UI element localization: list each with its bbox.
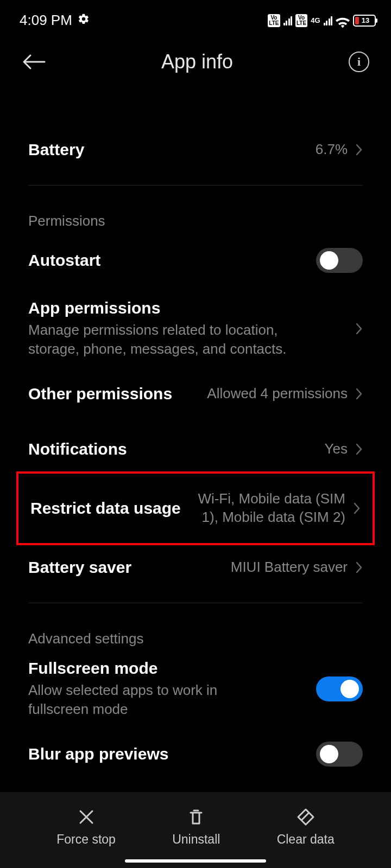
trash-icon	[186, 807, 206, 827]
wifi-icon	[336, 15, 350, 26]
restrict-data-value: Wi-Fi, Mobile data (SIM 1), Mobile data …	[193, 490, 345, 527]
status-bar: 4:09 PM VoLTE VoLTE 4G 13	[0, 0, 391, 34]
chevron-right-icon	[355, 387, 363, 400]
blur-previews-row[interactable]: Blur app previews	[0, 729, 391, 767]
restrict-data-highlight: Restrict data usage Wi-Fi, Mobile data (…	[16, 471, 375, 545]
other-permissions-row[interactable]: Other permissions Allowed 4 permissions	[0, 372, 391, 416]
restrict-data-title: Restrict data usage	[30, 499, 181, 518]
status-time: 4:09 PM	[20, 12, 72, 29]
advanced-heading: Advanced settings	[0, 616, 391, 653]
battery-saver-title: Battery saver	[28, 558, 131, 577]
force-stop-button[interactable]: Force stop	[56, 807, 116, 847]
settings-status-icon	[78, 13, 90, 28]
blur-toggle[interactable]	[316, 742, 363, 767]
battery-title: Battery	[28, 141, 84, 159]
home-indicator[interactable]	[125, 859, 266, 863]
battery-value: 6.7%	[316, 141, 348, 159]
app-permissions-row[interactable]: App permissions Manage permissions relat…	[0, 286, 391, 372]
back-icon[interactable]	[22, 53, 46, 71]
page-title: App info	[161, 50, 233, 73]
uninstall-button[interactable]: Uninstall	[172, 807, 220, 847]
autostart-row[interactable]: Autostart	[0, 235, 391, 286]
bottom-action-bar: Force stop Uninstall Clear data	[0, 792, 391, 868]
notifications-row[interactable]: Notifications Yes	[0, 427, 391, 471]
battery-icon: 13	[353, 15, 376, 27]
battery-row[interactable]: Battery 6.7%	[0, 127, 391, 172]
uninstall-label: Uninstall	[172, 832, 220, 847]
page-header: App info i	[0, 34, 391, 84]
chevron-right-icon	[355, 561, 363, 574]
blur-title: Blur app previews	[28, 745, 168, 763]
chevron-right-icon	[355, 143, 363, 156]
battery-saver-row[interactable]: Battery saver MIUI Battery saver	[0, 545, 391, 590]
divider	[28, 185, 363, 186]
signal-icon-1	[283, 16, 293, 25]
clear-data-label: Clear data	[277, 832, 335, 847]
clear-data-button[interactable]: Clear data	[277, 807, 335, 847]
chevron-right-icon	[355, 443, 363, 456]
signal-icon-2	[324, 16, 333, 25]
divider	[28, 603, 363, 603]
network-tag: 4G	[311, 17, 320, 24]
chevron-right-icon	[353, 502, 361, 515]
info-icon[interactable]: i	[349, 52, 369, 72]
app-permissions-sub: Manage permissions related to location, …	[28, 321, 321, 359]
other-permissions-title: Other permissions	[28, 385, 172, 403]
autostart-title: Autostart	[28, 251, 100, 270]
fullscreen-row[interactable]: Fullscreen mode Allow selected apps to w…	[0, 653, 391, 729]
autostart-toggle[interactable]	[316, 248, 363, 273]
app-permissions-title: App permissions	[28, 299, 355, 317]
volte-icon-1: VoLTE	[268, 14, 280, 27]
volte-icon-2: VoLTE	[295, 14, 307, 27]
notifications-value: Yes	[325, 440, 348, 458]
restrict-data-row[interactable]: Restrict data usage Wi-Fi, Mobile data (…	[18, 474, 373, 543]
battery-saver-value: MIUI Battery saver	[231, 558, 348, 577]
close-icon	[77, 807, 96, 827]
force-stop-label: Force stop	[56, 832, 116, 847]
fullscreen-toggle[interactable]	[316, 676, 363, 701]
fullscreen-sub: Allow selected apps to work in fullscree…	[28, 681, 278, 719]
chevron-right-icon	[355, 322, 363, 335]
other-permissions-value: Allowed 4 permissions	[207, 385, 348, 403]
permissions-heading: Permissions	[0, 199, 391, 235]
notifications-title: Notifications	[28, 440, 127, 458]
eraser-icon	[296, 807, 316, 827]
fullscreen-title: Fullscreen mode	[28, 659, 316, 678]
